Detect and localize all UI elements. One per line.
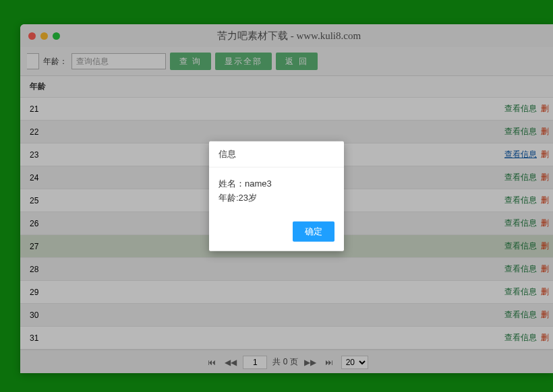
modal-footer: 确定 [209, 214, 344, 251]
modal-line-name: 姓名：name3 [219, 177, 334, 191]
info-modal: 信息 姓名：name3 年龄:23岁 确定 [209, 141, 344, 251]
ok-button[interactable]: 确定 [293, 221, 334, 241]
modal-body: 姓名：name3 年龄:23岁 [209, 168, 344, 215]
modal-line-age: 年龄:23岁 [219, 191, 334, 205]
modal-title: 信息 [209, 141, 344, 168]
